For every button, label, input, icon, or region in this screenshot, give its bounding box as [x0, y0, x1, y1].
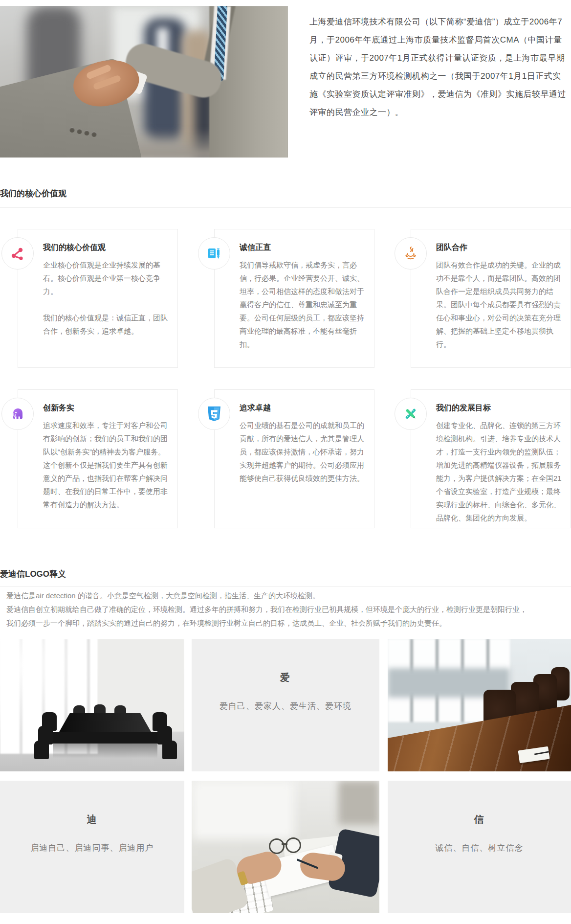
- value-card-core-values: 我们的核心价值观 企业核心价值观是企业持续发展的基石。核心价值观是企业第一核心竞…: [18, 229, 178, 368]
- card-body: 我们倡导戒欺守信，戒虚务实，言必信，行必果。企业经营要公开、诚实、坦率，公司相信…: [240, 258, 366, 351]
- photo-sleeve-button: [84, 130, 89, 135]
- java-cup-icon: [403, 246, 418, 261]
- photo-eyeglasses: [286, 837, 301, 853]
- card-title: 追求卓越: [240, 403, 365, 413]
- card-title: 诚信正直: [240, 243, 365, 253]
- card-body: 我们的核心价值观是：诚信正直，团队合作，创新务实，追求卓越。: [43, 311, 170, 338]
- value-card-excellence: 追求卓越 公司业绩的基石是公司的成就和员工的贡献，所有的爱迪信人，尤其是管理人员…: [214, 389, 374, 528]
- logo-explanation-paragraph: 爱迪信是air detection 的谐音。小意是空气检测，大意是空间检测，指生…: [6, 589, 569, 630]
- section-divider: [0, 207, 571, 208]
- tile-subtitle: 诚信、自信、树立信念: [388, 842, 571, 854]
- html5-shield-icon: [207, 406, 221, 422]
- photo-eyeglasses: [269, 838, 285, 854]
- card-body: 团队有效合作是成功的关键。企业的成功不是靠个人，而是靠团队。高效的团队合作一定是…: [436, 258, 563, 351]
- photo-sleeve-button: [69, 127, 75, 133]
- card-body: 企业核心价值观是企业持续发展的基石。核心价值观是企业第一核心竞争力。: [43, 258, 170, 298]
- tile-subtitle: 爱自己、爱家人、爱生活、爱环境: [192, 700, 379, 712]
- photo-conference-table: [59, 713, 152, 733]
- business-hands-photo: [192, 781, 379, 913]
- photo-eyeglasses-bridge: [282, 843, 287, 845]
- logo-line-1: 爱迪信是air detection 的谐音。小意是空气检测，大意是空间检测，指生…: [6, 589, 569, 603]
- photo-background-blur: [338, 781, 379, 825]
- elephant-icon: [10, 406, 25, 422]
- values-section-heading: 我们的核心价值观: [0, 188, 66, 199]
- logo-tile-trust: 信 诚信、自信、树立信念: [388, 781, 571, 913]
- card-body: 追求速度和效率，专注于对客户和公司有影响的创新；我们的员工和我们的团队以“创新务…: [43, 419, 170, 511]
- card-body: 创建专业化、品牌化、连锁的第三方环境检测机构。引进、培养专业的技术人才，打造一支…: [436, 419, 563, 524]
- logo-line-3: 我们必须一步一个脚印，踏踏实实的通过自己的努力，在环境检测行业树立自己的目标，达…: [6, 616, 569, 630]
- value-card-integrity: 诚信正直 我们倡导戒欺守信，戒虚务实，言必信，行必果。企业经营要公开、诚实、坦率…: [214, 229, 374, 368]
- section-divider: [0, 586, 571, 587]
- card-title: 我们的发展目标: [436, 403, 562, 413]
- logo-section-heading: 爱迪信LOGO释义: [0, 568, 66, 580]
- logo-tile-enlighten: 迪 启迪自己、启迪同事、启迪用户: [0, 781, 184, 913]
- photo-table-reflection: [53, 744, 157, 758]
- company-intro-paragraph: 上海爱迪信环境技术有限公司（以下简称“爱迪信”）成立于2006年7月，于2006…: [309, 13, 568, 121]
- notebook-pencil-icon: [207, 246, 221, 261]
- photo-chair: [34, 741, 49, 759]
- share-icon: [10, 246, 25, 261]
- tile-title: 信: [388, 781, 571, 826]
- card-title: 团队合作: [436, 243, 562, 253]
- card-body: 公司业绩的基石是公司的成就和员工的贡献，所有的爱迪信人，尤其是管理人员，都应该保…: [240, 419, 366, 485]
- logo-tile-love: 爱 爱自己、爱家人、爱生活、爱环境: [192, 639, 379, 771]
- logo-line-2: 爱迪信自创立初期就给自己做了准确的定位，环境检测。通过多年的拼搏和努力，我们在检…: [6, 603, 569, 616]
- photo-sleeve-button: [91, 132, 97, 137]
- photo-table-front: [53, 732, 157, 744]
- meeting-room-photo: [0, 639, 184, 771]
- tile-subtitle: 启迪自己、启迪同事、启迪用户: [0, 842, 184, 854]
- value-card-teamwork: 团队合作 团队有效合作是成功的关键。企业的成功不是靠个人，而是靠团队。高效的团队…: [411, 229, 571, 368]
- ruler-pencil-icon: [403, 406, 418, 422]
- tile-title: 迪: [0, 781, 184, 826]
- photo-window-light: [192, 781, 294, 839]
- photo-chair: [162, 741, 177, 759]
- business-handshake-photo: [0, 6, 288, 158]
- photo-sleeve-button: [77, 129, 82, 134]
- value-card-development-goal: 我们的发展目标 创建专业化、品牌化、连锁的第三方环境检测机构。引进、培养专业的技…: [411, 389, 571, 528]
- tile-title: 爱: [192, 639, 379, 684]
- value-card-innovation: 创新务实 追求速度和效率，专注于对客户和公司有影响的创新；我们的员工和我们的团队…: [18, 389, 178, 528]
- card-title: 我们的核心价值观: [43, 243, 169, 253]
- conference-room-photo: [388, 639, 571, 771]
- card-title: 创新务实: [43, 403, 169, 413]
